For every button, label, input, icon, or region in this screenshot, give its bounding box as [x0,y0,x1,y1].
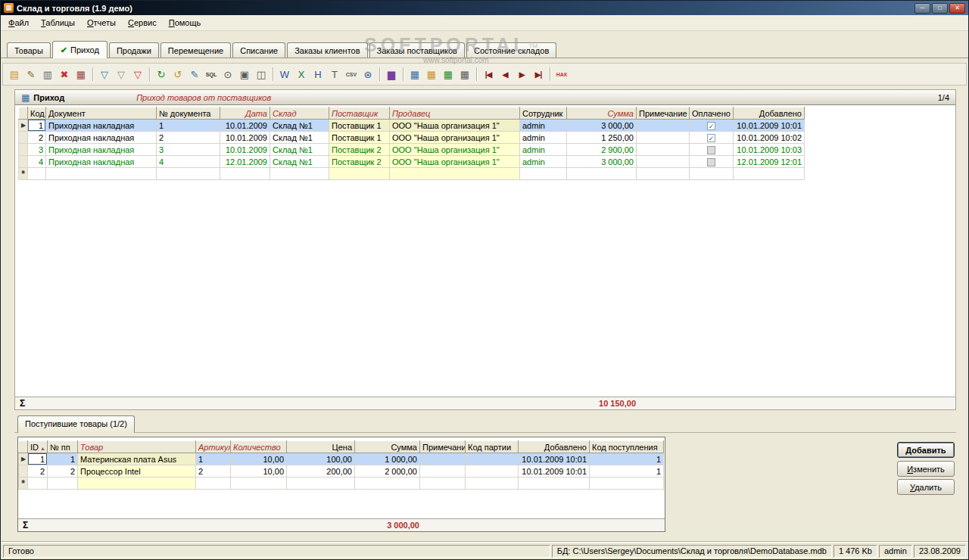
table-cell[interactable]: 10,00 [231,465,287,478]
grid-view-icon[interactable]: ▦ [457,67,472,82]
table-cell[interactable]: 1 [590,453,664,465]
table-cell[interactable] [466,465,519,478]
table-row[interactable]: 2 2 Процессор Intel 2 10,00 200,00 2 000… [19,465,664,478]
new-record-row[interactable]: * [19,478,664,490]
col-header-added[interactable]: Добавлено [734,107,805,120]
table-cell[interactable]: 2 [196,465,231,478]
add-button[interactable]: Добавить [897,442,955,458]
table-cell[interactable]: 10.01.2009 [220,120,270,132]
col-header-sum[interactable]: Сумма [355,441,420,453]
table-cell[interactable]: Процессор Intel [78,465,196,478]
col-header-sum[interactable]: Сумма [567,107,637,120]
table-cell[interactable]: Поставщик 2 [329,144,390,156]
col-header-price[interactable]: Цена [287,441,355,453]
table-cell[interactable]: 10.01.2009 [220,132,270,144]
table-cell[interactable]: 3 [157,144,220,156]
table-cell[interactable] [637,132,690,144]
table-cell[interactable]: 10,00 [231,453,287,465]
nav-first-icon[interactable]: |◀ [481,67,496,82]
table-cell[interactable]: ✓ [690,132,734,144]
export-excel-icon[interactable]: X [294,67,309,82]
table-cell[interactable]: 1 000,00 [355,453,420,465]
paid-checkbox[interactable] [707,158,715,166]
new-record-icon[interactable]: ▤ [7,67,22,82]
col-header-paid[interactable]: Оплачено [690,107,734,120]
table-cell[interactable]: 3 000,00 [567,156,637,168]
table-cell[interactable]: admin [520,120,567,132]
tab-received-goods[interactable]: Поступившие товары (1/2) [17,415,135,433]
col-header-seller[interactable]: Продавец [390,107,520,120]
col-header-docnum[interactable]: № документа [157,107,220,120]
table-cell[interactable]: 1 [157,120,220,132]
table-cell[interactable] [567,168,637,180]
menu-reports[interactable]: Отчеты [81,16,122,30]
table-cell[interactable]: 2 [28,465,48,478]
tab-warehouse-state[interactable]: Состояние складов [466,42,556,58]
export-text-icon[interactable]: T [327,67,342,82]
menu-file[interactable]: Файл [2,16,35,30]
table-cell[interactable]: Склад №1 [270,132,329,144]
filter-set-icon[interactable]: ▽ [97,67,112,82]
table-cell[interactable]: ООО "Наша организация 1" [390,144,520,156]
table-cell[interactable]: 2 [157,132,220,144]
table-cell[interactable]: 12.01.2009 [220,156,270,168]
table-cell[interactable]: admin [520,156,567,168]
col-header-note[interactable]: Примечание [420,441,466,453]
delete-record-icon[interactable]: ✖ [57,67,72,82]
table-cell[interactable] [690,156,734,168]
table-cell[interactable] [690,168,734,180]
table-cell[interactable] [220,168,270,180]
table-cell[interactable] [734,168,805,180]
table-cell[interactable]: 1 [28,453,48,465]
export-csv-icon[interactable]: CSV [344,67,359,82]
col-header-code[interactable]: Код▲ [28,107,46,120]
nav-last-icon[interactable]: ▶| [531,67,546,82]
filter-clear-icon[interactable]: ▽ [114,67,129,82]
table-cell[interactable] [157,168,220,180]
table-row[interactable]: ▶ 1 1 Материнская плата Asus 1 10,00 100… [19,453,664,465]
col-header-id[interactable]: ID▲ [28,441,48,453]
table-cell[interactable]: Поставщик 1 [329,120,390,132]
table-cell[interactable] [520,168,567,180]
update-record-icon[interactable]: ↺ [170,67,185,82]
export-word-icon[interactable]: W [277,67,292,82]
refresh-icon[interactable]: ↻ [154,67,169,82]
table-cell[interactable] [637,144,690,156]
table-cell[interactable]: Приходная накладная [46,144,157,156]
table-cell[interactable]: 10.01.2009 10:01 [519,465,590,478]
table-cell[interactable]: Приходная накладная [46,132,157,144]
col-header-employee[interactable]: Сотрудник [520,107,567,120]
table-cell[interactable]: 2 [48,465,78,478]
table-cell[interactable] [420,478,466,490]
tab-supplier-orders[interactable]: Заказы поставщиков [369,42,465,58]
sql-icon[interactable]: SQL [204,67,219,82]
table-cell[interactable] [390,168,520,180]
col-header-warehouse[interactable]: Склад [270,107,329,120]
table-cell[interactable] [466,453,519,465]
copy-record-icon[interactable]: ▥ [40,67,55,82]
table-cell[interactable]: 3 000,00 [567,120,637,132]
table-cell[interactable]: 10.01.2009 10:03 [734,144,805,156]
table-row[interactable]: 4 Приходная накладная 4 12.01.2009 Склад… [19,156,805,168]
tab-writeoff[interactable]: Списание [232,42,285,58]
nav-prev-icon[interactable]: ◀ [497,67,513,82]
menu-tables[interactable]: Таблицы [35,16,81,30]
table-cell[interactable] [637,168,690,180]
delete-button[interactable]: Удалить [897,479,955,495]
table-row[interactable]: 2 Приходная накладная 2 10.01.2009 Склад… [19,132,805,144]
col-header-item[interactable]: Товар [78,441,196,453]
table-cell[interactable]: 200,00 [287,465,355,478]
col-header-supplier[interactable]: Поставщик [329,107,390,120]
table-row[interactable]: 3 Приходная накладная 3 10.01.2009 Склад… [19,144,805,156]
col-header-added[interactable]: Добавлено [519,441,590,453]
table-cell[interactable] [28,478,48,490]
paid-checkbox[interactable]: ✓ [707,122,715,130]
col-header-document[interactable]: Документ [46,107,157,120]
table-cell[interactable]: Приходная накладная [46,156,157,168]
table-cell[interactable]: admin [520,132,567,144]
close-button[interactable]: ✕ [949,3,965,14]
table-cell[interactable] [231,478,287,490]
table-cell[interactable]: 1 [196,453,231,465]
table-cell[interactable]: 2 900,00 [567,144,637,156]
grid-refresh-icon[interactable]: ▦ [441,67,456,82]
